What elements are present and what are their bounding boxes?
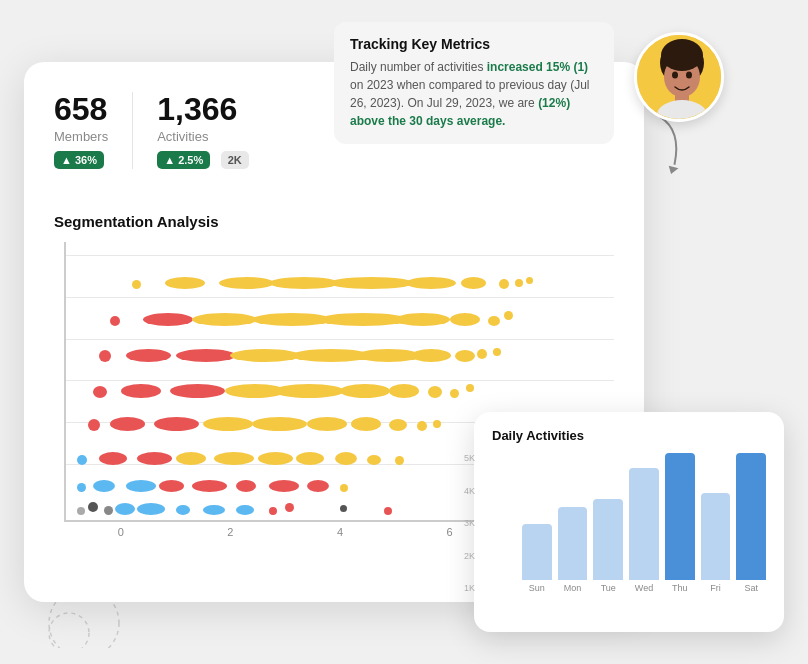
svg-point-3	[661, 39, 703, 71]
activities-badge2: 2K	[221, 151, 249, 169]
dot	[77, 507, 85, 515]
dot	[499, 279, 509, 289]
bar-wed-label: Wed	[635, 583, 653, 593]
activities-metric: 1,366 Activities ▲ 2.5% 2K	[157, 92, 273, 169]
dot	[99, 350, 111, 362]
dot	[389, 384, 419, 398]
x-label-0: 0	[66, 526, 176, 538]
top-area: 658 Members ▲ 36% 1,366 Activities ▲ 2.5…	[54, 92, 614, 189]
dot	[159, 480, 184, 492]
dot	[515, 279, 523, 287]
dot	[77, 455, 87, 465]
y-label-1k: 1K	[464, 583, 475, 593]
dot	[433, 420, 441, 428]
dot	[77, 483, 86, 492]
dot	[126, 349, 171, 362]
dot	[236, 480, 256, 492]
tracking-box-wrapper: Tracking Key Metrics Daily number of act…	[324, 92, 614, 144]
y-label-4k: 4K	[464, 486, 475, 496]
dot	[340, 505, 347, 512]
dot	[466, 384, 474, 392]
tracking-highlight2: (12%) above the 30 days average.	[350, 96, 570, 128]
dot	[395, 313, 450, 326]
svg-marker-8	[666, 165, 678, 176]
dot	[110, 316, 120, 326]
dot	[143, 313, 193, 326]
dot	[477, 349, 487, 359]
dot	[384, 507, 392, 515]
dot	[230, 349, 300, 362]
bar-chart-wrapper: 5K 4K 3K 2K 1K Sun Mon Tue	[492, 453, 766, 593]
dot	[329, 277, 414, 289]
members-metric: 658 Members ▲ 36%	[54, 92, 133, 169]
dot	[121, 384, 161, 398]
dot	[192, 313, 257, 326]
daily-activities-title: Daily Activities	[492, 428, 766, 443]
dot	[252, 417, 307, 431]
bar-fri: Fri	[701, 453, 731, 593]
tracking-highlight1: increased 15% (1)	[487, 60, 588, 74]
dot	[176, 452, 206, 465]
activities-label: Activities	[157, 129, 249, 144]
dot	[411, 349, 451, 362]
dot	[351, 417, 381, 431]
dot	[285, 503, 294, 512]
dot	[137, 503, 165, 515]
members-value: 658	[54, 92, 108, 127]
bar-mon: Mon	[558, 453, 588, 593]
dot	[214, 452, 254, 465]
dot	[307, 480, 329, 492]
dot	[488, 316, 500, 326]
daily-activities-card: Daily Activities 5K 4K 3K 2K 1K Sun Mon	[474, 412, 784, 632]
grid-line-5	[66, 297, 614, 298]
dot	[93, 480, 115, 492]
y-label-5k: 5K	[464, 453, 475, 463]
bar-chart: Sun Mon Tue Wed Thu	[522, 453, 766, 593]
left-metrics: 658 Members ▲ 36% 1,366 Activities ▲ 2.5…	[54, 92, 324, 189]
dot	[269, 507, 277, 515]
dot	[258, 452, 293, 465]
dot	[165, 277, 205, 289]
grid-line-3	[66, 380, 614, 381]
dot	[269, 480, 299, 492]
svg-point-6	[672, 72, 678, 79]
dot	[170, 384, 225, 398]
bar-tue-fill	[593, 499, 623, 580]
dot	[192, 480, 227, 492]
dot	[367, 455, 381, 465]
activities-value: 1,366	[157, 92, 249, 127]
dot	[493, 348, 501, 356]
bar-sun-label: Sun	[529, 583, 545, 593]
dot	[274, 384, 344, 398]
dot	[88, 419, 100, 431]
dot	[176, 349, 236, 362]
dot	[236, 505, 254, 515]
bar-mon-fill	[558, 507, 588, 580]
bar-sat: Sat	[736, 453, 766, 593]
dot	[110, 417, 145, 431]
dot	[296, 452, 324, 465]
dot	[417, 421, 427, 431]
tracking-box: Tracking Key Metrics Daily number of act…	[334, 22, 614, 144]
svg-point-7	[686, 72, 692, 79]
tracking-title: Tracking Key Metrics	[350, 36, 598, 52]
bar-tue-label: Tue	[601, 583, 616, 593]
dot	[115, 503, 135, 515]
grid-line-6	[66, 255, 614, 256]
dot	[461, 277, 486, 289]
dot	[389, 419, 407, 431]
dot	[132, 280, 141, 289]
dot	[203, 417, 253, 431]
dot	[504, 311, 513, 320]
metrics-row: 658 Members ▲ 36% 1,366 Activities ▲ 2.5…	[54, 92, 324, 169]
dot	[307, 417, 347, 431]
dot	[395, 456, 404, 465]
activities-badge: ▲ 2.5%	[157, 151, 210, 169]
bar-sat-label: Sat	[744, 583, 758, 593]
bar-sat-fill	[736, 453, 766, 580]
scene: 658 Members ▲ 36% 1,366 Activities ▲ 2.5…	[24, 32, 784, 632]
dot	[428, 386, 442, 398]
segmentation-title: Segmentation Analysis	[54, 213, 614, 230]
dot	[126, 480, 156, 492]
bar-fri-label: Fri	[710, 583, 721, 593]
